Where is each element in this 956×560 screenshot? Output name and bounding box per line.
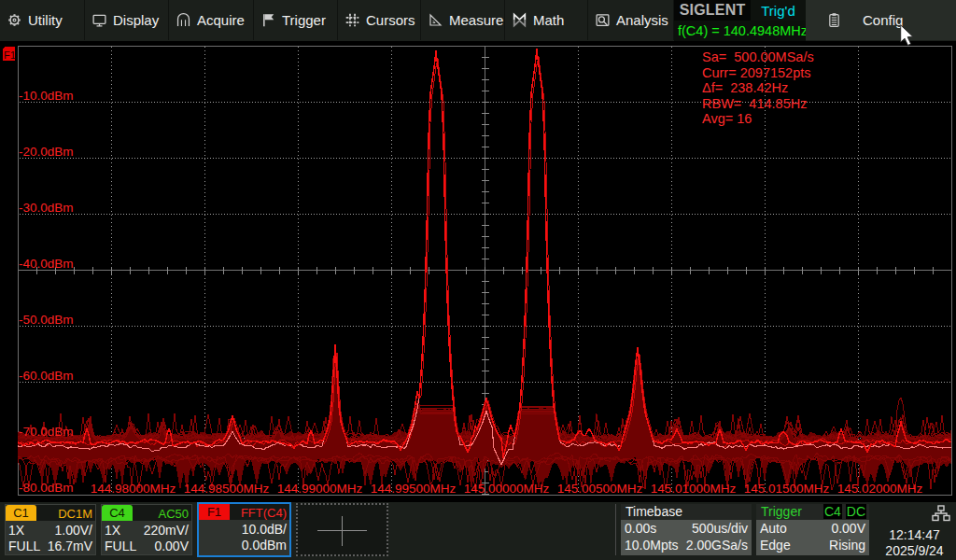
svg-text:-20.0dBm: -20.0dBm bbox=[19, 145, 74, 159]
svg-text:144.98000MHz: 144.98000MHz bbox=[91, 482, 176, 496]
svg-text:-50.0dBm: -50.0dBm bbox=[19, 313, 74, 327]
svg-text:145.00500MHz: 145.00500MHz bbox=[557, 482, 643, 496]
svg-text:Sa= 500.00MSa/s: Sa= 500.00MSa/s bbox=[702, 49, 814, 64]
svg-text:-40.0dBm: -40.0dBm bbox=[19, 257, 74, 271]
svg-text:Avg= 16: Avg= 16 bbox=[702, 111, 752, 126]
svg-text:-10.0dBm: -10.0dBm bbox=[19, 89, 74, 103]
svg-text:-60.0dBm: -60.0dBm bbox=[19, 369, 74, 383]
svg-text:144.98500MHz: 144.98500MHz bbox=[184, 482, 270, 496]
svg-text:144.99000MHz: 144.99000MHz bbox=[277, 482, 363, 496]
svg-text:145.00000MHz: 145.00000MHz bbox=[464, 482, 550, 496]
svg-text:RBW= 414.85Hz: RBW= 414.85Hz bbox=[702, 96, 807, 111]
svg-text:144.99500MHz: 144.99500MHz bbox=[371, 482, 457, 496]
svg-text:145.02000MHz: 145.02000MHz bbox=[837, 482, 923, 496]
svg-text:Δf= 238.42Hz: Δf= 238.42Hz bbox=[702, 80, 788, 95]
svg-text:145.01000MHz: 145.01000MHz bbox=[651, 482, 737, 496]
svg-text:-70.0dBm: -70.0dBm bbox=[19, 425, 74, 439]
svg-text:145.01500MHz: 145.01500MHz bbox=[744, 482, 830, 496]
svg-text:Curr= 2097152pts: Curr= 2097152pts bbox=[702, 65, 810, 80]
svg-text:-30.0dBm: -30.0dBm bbox=[19, 201, 74, 215]
svg-text:-80.0dBm: -80.0dBm bbox=[19, 481, 74, 495]
svg-text:F1: F1 bbox=[4, 49, 16, 61]
